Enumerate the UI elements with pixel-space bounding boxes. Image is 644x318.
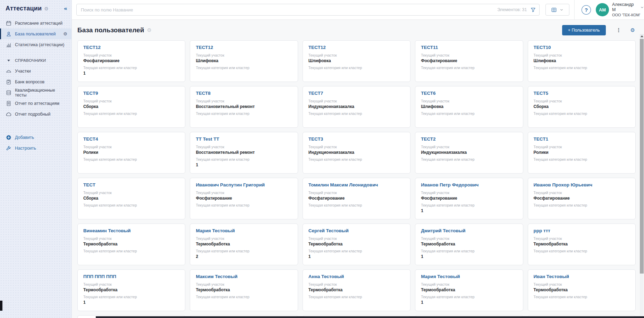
gear-icon[interactable]: ⚙ xyxy=(63,31,67,36)
current-area-label: Текущий участок xyxy=(83,99,179,103)
current-area-value: Восстановительный ремонт xyxy=(196,150,292,155)
user-name-link[interactable]: Винеамин Тестовый xyxy=(83,228,179,233)
add-user-button[interactable]: + Пользователь xyxy=(562,25,606,35)
help-icon[interactable]: ? xyxy=(582,5,591,15)
user-name-link[interactable]: ТЕСТ2 xyxy=(421,136,517,142)
user-name-link[interactable]: ТЕСТ8 xyxy=(196,91,292,96)
avatar[interactable]: АМ xyxy=(596,3,609,16)
user-card[interactable]: Иван Тестовый Текущий участок Термообраб… xyxy=(528,269,636,311)
user-card[interactable]: Иванович Распутин Григорий Текущий участ… xyxy=(190,178,298,219)
user-name-link[interactable]: ППП ППП ППП xyxy=(83,274,179,279)
user-card[interactable]: Иванов Прохор Юрьевич Текущий участок Фо… xyxy=(528,178,636,219)
user-name-link[interactable]: Мария Тестовый xyxy=(196,228,292,233)
user-name-link[interactable]: Мария Тестовый xyxy=(421,274,517,279)
user-card[interactable]: Мария Тестовый Текущий участок Термообра… xyxy=(190,224,298,265)
user-name-link[interactable]: ТЕСТ12 xyxy=(308,45,405,50)
user-card[interactable]: ТЕСТ12 Текущий участок Шлифовка Текущая … xyxy=(303,40,410,82)
user-card[interactable]: ТЕСТ12 Текущий участок Фосфатирование Те… xyxy=(77,40,185,82)
current-area-value: Термообработка xyxy=(83,287,179,292)
sidebar-item[interactable]: СПРАВОЧНИКИ xyxy=(0,55,71,66)
current-area-label: Текущий участок xyxy=(83,236,179,241)
sidebar-item[interactable]: Расписание аттестаций xyxy=(0,18,71,28)
sidebar-item[interactable]: Статистика (аттестации) xyxy=(0,39,71,50)
user-name-link[interactable]: Томилин Максим Леонидович xyxy=(308,182,405,187)
user-menu[interactable]: Александр М ООО 'ТЕК-КОМ' xyxy=(612,2,644,18)
user-card[interactable]: Сергей Тестовый Текущий участок Термообр… xyxy=(303,224,410,265)
user-name-link[interactable]: ТЕСТ12 xyxy=(196,45,292,50)
sidebar-item[interactable]: Отчет подробный xyxy=(0,109,71,119)
horizontal-scrollbar[interactable] xyxy=(96,316,644,318)
sidebar-item[interactable]: Квалификационные тесты xyxy=(0,87,71,98)
user-name-link[interactable]: Иван Тестовый xyxy=(534,274,630,279)
user-name-link[interactable]: ррр ттт xyxy=(534,228,630,233)
current-category-label: Текущая категория или кластер xyxy=(421,157,517,161)
user-card[interactable]: ТЕСТ10 Текущий участок Шлифовка Текущая … xyxy=(528,40,636,82)
sidebar-item[interactable]: База пользователей⚙ xyxy=(0,28,71,39)
user-name-link[interactable]: Иванов Петр Федорович xyxy=(421,182,517,187)
user-name-link[interactable]: ТЕСТ10 xyxy=(534,45,630,50)
user-card[interactable]: Винеамин Тестовый Текущий участок Термоо… xyxy=(77,224,185,265)
user-name-link[interactable]: ТЕСТ xyxy=(83,182,179,187)
user-card[interactable]: ТЕСТ3 Текущий участок Индукционнаязакалк… xyxy=(303,132,410,174)
gear-icon[interactable]: ⚙ xyxy=(44,6,49,11)
vertical-scrollbar[interactable] xyxy=(640,34,644,318)
current-area-value: Индукционнаязакалка xyxy=(308,150,405,155)
user-card[interactable]: ТЕСТ8 Текущий участок Восстановительный … xyxy=(190,86,298,128)
user-name-link[interactable]: Анна Тестовый xyxy=(308,274,405,279)
user-card[interactable]: ТЕСТ5 Текущий участок Сборка Текущая кат… xyxy=(528,86,636,128)
grid-view-icon xyxy=(551,7,557,12)
gear-icon[interactable]: ⚙ xyxy=(630,27,635,33)
user-card[interactable]: ТЕСТ4 Текущий участок Ролики Текущая кат… xyxy=(77,132,185,174)
kebab-menu-icon[interactable]: ⋮ xyxy=(616,27,621,33)
user-card[interactable]: ТЕСТ12 Текущий участок Шлифовка Текущая … xyxy=(190,40,298,82)
user-card[interactable]: Максим Тестовый Текущий участок Термообр… xyxy=(190,269,298,311)
current-area-label: Текущий участок xyxy=(534,191,630,195)
user-card[interactable]: ТЕСТ6 Текущий участок Шлифовка Текущая к… xyxy=(415,86,523,128)
user-card[interactable]: ТЕСТ9 Текущий участок Сборка Текущая кат… xyxy=(77,86,185,128)
user-name-link[interactable]: ТЕСТ6 xyxy=(421,91,517,96)
user-card[interactable]: Томилин Максим Леонидович Текущий участо… xyxy=(303,178,410,219)
user-name-link[interactable]: ТЕСТ12 xyxy=(83,45,179,50)
user-card[interactable]: ТЕСТ Текущий участок Сборка Текущая кате… xyxy=(77,178,185,219)
current-category-label: Текущая категория или кластер xyxy=(421,249,517,253)
sidebar-item[interactable]: Настроить xyxy=(0,143,71,153)
user-card[interactable]: ТЕСТ1 Текущий участок Ролики Текущая кат… xyxy=(528,132,636,174)
user-name-link[interactable]: ТЕСТ3 xyxy=(308,136,405,142)
user-name-link[interactable]: ТЕСТ11 xyxy=(421,45,517,50)
user-name-link[interactable]: Сергей Тестовый xyxy=(308,228,405,233)
filter-icon[interactable] xyxy=(531,7,536,12)
view-mode-dropdown[interactable] xyxy=(545,4,570,16)
user-name-link[interactable]: ТЕСТ9 xyxy=(83,91,179,96)
scroll-up-button[interactable] xyxy=(640,34,644,38)
current-category-label: Текущая категория или кластер xyxy=(83,249,179,253)
scrollbar-thumb[interactable] xyxy=(640,39,644,274)
collapse-sidebar-icon[interactable]: « xyxy=(64,5,67,12)
user-name-link[interactable]: Дмитрий Тестовый xyxy=(421,228,517,233)
sidebar-item[interactable]: Банк вопросов xyxy=(0,76,71,87)
sidebar-item[interactable]: Добавить xyxy=(0,132,71,143)
sidebar-item[interactable]: Участки xyxy=(0,66,71,76)
user-name-link[interactable]: ТЕСТ4 xyxy=(83,136,179,142)
sidebar-item[interactable]: Отчет по аттестациям xyxy=(0,98,71,109)
search-input[interactable] xyxy=(81,7,497,12)
user-name-link[interactable]: Иванов Прохор Юрьевич xyxy=(534,182,630,187)
user-name-link[interactable]: ТТ Test ТТ xyxy=(196,136,292,142)
user-card[interactable]: ТТ Test ТТ Текущий участок Восстановител… xyxy=(190,132,298,174)
user-name-link[interactable]: Иванович Распутин Григорий xyxy=(196,182,292,187)
user-card[interactable]: Мария Тестовый Текущий участок Термообра… xyxy=(415,269,523,311)
current-category-label: Текущая категория или кластер xyxy=(308,111,405,116)
user-card[interactable]: Иванов Петр Федорович Текущий участок Фо… xyxy=(415,178,523,219)
user-name-link[interactable]: ТЕСТ1 xyxy=(534,136,630,142)
user-name-link[interactable]: ТЕСТ5 xyxy=(534,91,630,96)
user-card[interactable]: ТЕСТ2 Текущий участок Индукционнаязакалк… xyxy=(415,132,523,174)
user-name-link[interactable]: ТЕСТ7 xyxy=(308,91,405,96)
user-card[interactable]: ТЕСТ7 Текущий участок Индукционнаязакалк… xyxy=(303,86,410,128)
search-box[interactable]: Элементов: 31 xyxy=(76,4,540,16)
user-card[interactable]: Дмитрий Тестовый Текущий участок Термооб… xyxy=(415,224,523,265)
user-card[interactable]: ТЕСТ11 Текущий участок Фосфатирование Те… xyxy=(415,40,523,82)
user-card[interactable]: ППП ППП ППП Текущий участок Термообработ… xyxy=(77,269,185,311)
user-card[interactable]: ррр ттт Текущий участок Термообработка Т… xyxy=(528,224,636,265)
gear-icon[interactable]: ⚙ xyxy=(147,27,151,33)
user-card[interactable]: Анна Тестовый Текущий участок Термообраб… xyxy=(303,269,410,311)
user-name-link[interactable]: Максим Тестовый xyxy=(196,274,292,279)
